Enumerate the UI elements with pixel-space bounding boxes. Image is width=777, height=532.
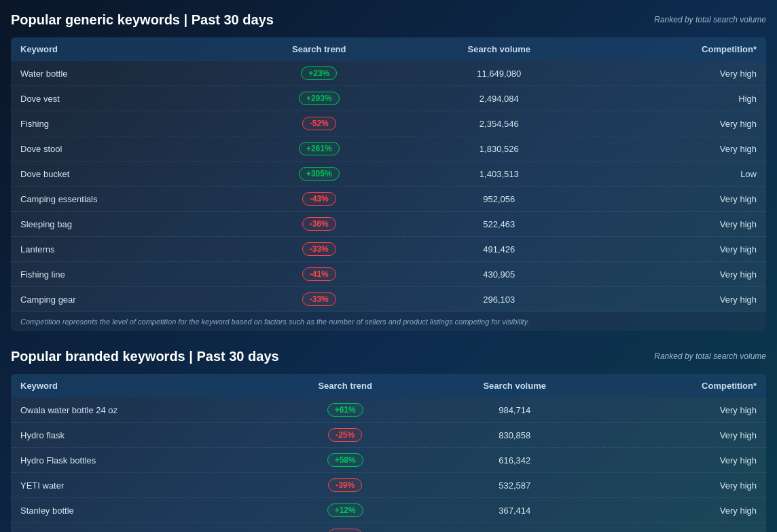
keyword-cell: Owala water bottle 24 oz <box>11 398 266 423</box>
trend-badge: -33% <box>302 292 336 306</box>
volume-cell: 952,056 <box>404 187 594 212</box>
branded-col-keyword: Keyword <box>11 374 266 398</box>
competition-cell: Very high <box>604 448 766 473</box>
generic-footnote: Competition represents the level of comp… <box>11 311 766 331</box>
volume-cell: 1,403,513 <box>404 162 594 187</box>
volume-cell: 984,714 <box>425 398 604 423</box>
trend-badge: -43% <box>302 192 336 206</box>
generic-table-container: Keyword Search trend Search volume Compe… <box>11 37 766 331</box>
competition-cell: Very high <box>604 398 766 423</box>
table-row: Fishing line-41%430,905Very high <box>11 262 766 287</box>
generic-col-competition: Competition* <box>594 37 766 61</box>
table-row: Dove stool+261%1,830,526Very high <box>11 136 766 162</box>
volume-cell: 266,085 <box>425 523 604 533</box>
keyword-cell: Camping essentials <box>11 187 234 212</box>
generic-col-keyword: Keyword <box>11 37 234 61</box>
trend-badge: -36% <box>302 217 336 231</box>
table-row: Hydro flask-25%830,858Very high <box>11 423 766 448</box>
branded-col-volume: Search volume <box>425 374 604 398</box>
keyword-cell: Hydro Flask bottles <box>11 448 266 473</box>
volume-cell: 616,342 <box>425 448 604 473</box>
keyword-cell: Lanterns <box>11 237 234 262</box>
competition-cell: Very high <box>594 262 766 287</box>
keyword-cell: Dove bucket <box>11 162 234 187</box>
keyword-cell: Dove stool <box>11 136 234 162</box>
branded-section-header: Popular branded keywords | Past 30 days … <box>11 343 766 367</box>
keyword-cell: Water bottle <box>11 61 234 86</box>
branded-section-title: Popular branded keywords | Past 30 days <box>11 349 279 364</box>
table-row: Hydro Flask bottles+58%616,342Very high <box>11 448 766 473</box>
volume-cell: 2,494,084 <box>404 86 594 111</box>
trend-badge: -41% <box>302 267 336 281</box>
volume-cell: 830,858 <box>425 423 604 448</box>
trend-cell: -43% <box>234 187 404 212</box>
table-row: Stanley bottle+12%367,414Very high <box>11 498 766 523</box>
table-row: Lanterns-33%491,426Very high <box>11 237 766 262</box>
trend-badge: +58% <box>327 453 363 467</box>
trend-cell: -33% <box>234 287 404 312</box>
generic-ranked-note: Ranked by total search volume <box>654 12 766 24</box>
trend-cell: -33% <box>234 237 404 262</box>
trend-badge: +305% <box>299 167 340 180</box>
branded-table-header-row: Keyword Search trend Search volume Compe… <box>11 374 766 398</box>
trend-badge: -25% <box>328 428 362 442</box>
volume-cell: 522,463 <box>404 212 594 237</box>
volume-cell: 296,103 <box>404 287 594 312</box>
volume-cell: 2,354,546 <box>404 111 594 136</box>
competition-cell: Very high <box>594 187 766 212</box>
competition-cell: Very high <box>594 136 766 162</box>
keyword-cell: YETI water <box>11 473 266 498</box>
generic-keywords-section: Popular generic keywords | Past 30 days … <box>11 7 766 331</box>
trend-cell: +261% <box>234 136 404 162</box>
table-row: YETI water-39%532,587Very high <box>11 473 766 498</box>
keyword-cell: Hydro flask <box>11 423 266 448</box>
trend-badge: +12% <box>327 504 363 517</box>
table-row: Camping essentials-43%952,056Very high <box>11 187 766 212</box>
trend-cell: -59% <box>266 523 425 533</box>
competition-cell: Very high <box>594 212 766 237</box>
trend-badge: -33% <box>302 242 336 256</box>
generic-table-header-row: Keyword Search trend Search volume Compe… <box>11 37 766 61</box>
trend-cell: +23% <box>234 61 404 86</box>
trend-badge: +61% <box>327 403 363 417</box>
table-row: Camping gear-33%296,103Very high <box>11 287 766 312</box>
table-row: Fishing-52%2,354,546Very high <box>11 111 766 136</box>
keyword-cell: Fishing <box>11 111 234 136</box>
trend-cell: -25% <box>266 423 425 448</box>
trend-badge: -39% <box>328 478 362 492</box>
volume-cell: 1,830,526 <box>404 136 594 162</box>
generic-section-header: Popular generic keywords | Past 30 days … <box>11 7 766 31</box>
volume-cell: 491,426 <box>404 237 594 262</box>
trend-badge: -52% <box>302 117 336 130</box>
table-row: Sleeping bag-36%522,463Very high <box>11 212 766 237</box>
generic-section-title: Popular generic keywords | Past 30 days <box>11 12 274 28</box>
volume-cell: 367,414 <box>425 498 604 523</box>
table-row: Dove bucket+305%1,403,513Low <box>11 162 766 187</box>
competition-cell: Very high <box>594 237 766 262</box>
branded-keywords-section: Popular branded keywords | Past 30 days … <box>11 343 766 532</box>
trend-badge: +261% <box>299 142 340 155</box>
branded-keywords-table: Keyword Search trend Search volume Compe… <box>11 374 766 532</box>
trend-cell: -52% <box>234 111 404 136</box>
trend-cell: +12% <box>266 498 425 523</box>
competition-cell: Very high <box>594 111 766 136</box>
competition-cell: Low <box>594 162 766 187</box>
keyword-cell: Sleeping bag <box>11 212 234 237</box>
competition-cell: Very high <box>594 287 766 312</box>
trend-cell: +58% <box>266 448 425 473</box>
keyword-cell: Stanley bottle <box>11 498 266 523</box>
generic-col-trend: Search trend <box>234 37 404 61</box>
trend-cell: +293% <box>234 86 404 111</box>
trend-cell: -41% <box>234 262 404 287</box>
trend-cell: +305% <box>234 162 404 187</box>
keyword-cell: Dove vest <box>11 86 234 111</box>
competition-cell: Very high <box>604 523 766 533</box>
trend-cell: +61% <box>266 398 425 423</box>
branded-ranked-note: Ranked by total search volume <box>654 349 766 361</box>
keyword-cell: Coleman <box>11 523 266 533</box>
branded-col-trend: Search trend <box>266 374 425 398</box>
trend-cell: -39% <box>266 473 425 498</box>
generic-keywords-table: Keyword Search trend Search volume Compe… <box>11 37 766 311</box>
volume-cell: 11,649,080 <box>404 61 594 86</box>
keyword-cell: Fishing line <box>11 262 234 287</box>
